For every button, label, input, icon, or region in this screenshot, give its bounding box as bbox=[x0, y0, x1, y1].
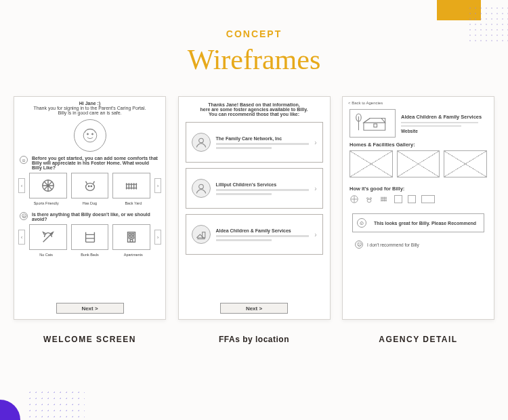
agency-thumb-icon bbox=[192, 179, 211, 198]
agency-title: Aldea Children & Family Services bbox=[401, 114, 487, 120]
wireframe-caption: WELCOME SCREEN bbox=[43, 335, 136, 344]
welcome-frame: Hi Jane :) Thank you for signing in to t… bbox=[14, 96, 166, 320]
svg-rect-9 bbox=[132, 234, 134, 236]
intro-line: here are some foster agencies available … bbox=[187, 107, 322, 112]
pet-icon bbox=[364, 194, 374, 204]
goodfor-heading: How it's good for Billy: bbox=[350, 186, 487, 192]
wireframe-caption: AGENCY DETAIL bbox=[379, 335, 457, 344]
decor-purple-corner bbox=[0, 400, 20, 420]
avoid-tiles: ‹ › bbox=[14, 222, 165, 253]
greeting-line: Billy is in good care an is safe. bbox=[21, 110, 158, 115]
tile-label: Apartments bbox=[114, 253, 153, 257]
tile-bunk-beds[interactable] bbox=[71, 224, 109, 250]
svg-point-13 bbox=[198, 138, 203, 143]
svg-point-4 bbox=[85, 183, 94, 190]
svg-rect-11 bbox=[132, 236, 134, 238]
gallery-heading: Homes & Facilities Gallery: bbox=[350, 142, 487, 148]
dont-recommend-label: I don't recommend for Billy bbox=[367, 243, 419, 247]
agency-card[interactable]: The Family Care Network, Inc › bbox=[186, 122, 323, 163]
agency-thumb-icon bbox=[192, 133, 211, 152]
prev-arrow-icon[interactable]: ‹ bbox=[18, 230, 25, 245]
smile-icon: ☺ bbox=[357, 218, 366, 228]
question-icon: ☹ bbox=[20, 212, 28, 220]
question-text: Before you get started, you can add some… bbox=[32, 156, 160, 170]
gallery-image-placeholder[interactable] bbox=[444, 150, 487, 177]
gallery-image-placeholder[interactable] bbox=[350, 150, 393, 177]
gallery-image-placeholder[interactable] bbox=[397, 150, 440, 177]
frown-icon: ☹ bbox=[355, 240, 363, 249]
question-1: ☺ Before you get started, you can add so… bbox=[14, 156, 165, 170]
question-icon: ☺ bbox=[20, 156, 28, 164]
next-arrow-icon[interactable]: › bbox=[154, 230, 161, 245]
next-button[interactable]: Next > bbox=[56, 303, 124, 314]
svg-rect-10 bbox=[129, 236, 131, 238]
prev-arrow-icon[interactable]: ‹ bbox=[18, 178, 25, 193]
wireframe-caption: FFAs by location bbox=[219, 335, 289, 344]
back-link[interactable]: < Back to Agencies bbox=[343, 97, 494, 109]
greeting-line: Thank you for signing in to the Parent's… bbox=[21, 106, 158, 110]
intro-line: You can recommend those that you like: bbox=[187, 112, 322, 117]
feature-box bbox=[408, 195, 416, 203]
goodfor-icons bbox=[350, 194, 487, 204]
child-avatar-icon bbox=[74, 119, 106, 152]
svg-rect-8 bbox=[129, 234, 131, 236]
svg-point-20 bbox=[370, 198, 371, 199]
chevron-right-icon: › bbox=[314, 185, 316, 192]
agency-thumb-icon bbox=[192, 225, 211, 244]
next-button[interactable]: Next > bbox=[220, 303, 288, 314]
svg-point-1 bbox=[87, 133, 88, 135]
agency-detail-frame: < Back to Agencies Aldea Children & Fami… bbox=[342, 96, 494, 320]
tile-apartments[interactable] bbox=[112, 224, 150, 250]
agency-hero-image-icon bbox=[350, 109, 396, 138]
tile-label: No Cats bbox=[26, 253, 66, 257]
ffas-frame: Thanks Jane! Based on that information, … bbox=[178, 96, 331, 320]
tile-labels: Sports Friendly Has Dog Back Yard bbox=[14, 201, 165, 205]
wireframes-row: Hi Jane :) Thank you for signing in to t… bbox=[0, 76, 508, 344]
svg-point-19 bbox=[367, 198, 368, 199]
tile-labels: No Cats Bunk Beds Apartments bbox=[14, 253, 165, 257]
tile-label: Has Dog bbox=[70, 201, 109, 205]
tile-sports[interactable] bbox=[29, 173, 67, 198]
wireframe-welcome: Hi Jane :) Thank you for signing in to t… bbox=[14, 96, 166, 344]
chevron-right-icon: › bbox=[314, 231, 316, 238]
greeting-line: Hi Jane :) bbox=[21, 101, 158, 106]
fence-icon bbox=[379, 194, 389, 204]
recommend-button[interactable]: ☺ This looks great for Billy. Please Rec… bbox=[352, 213, 484, 232]
tile-label: Bunk Beds bbox=[70, 253, 109, 257]
svg-point-5 bbox=[88, 186, 89, 186]
intro-line: Thanks Jane! Based on that information, bbox=[187, 102, 322, 107]
wireframe-agency-detail: < Back to Agencies Aldea Children & Fami… bbox=[342, 96, 494, 344]
tile-label: Back Yard bbox=[114, 201, 153, 205]
dont-recommend-link[interactable]: ☹ I don't recommend for Billy bbox=[343, 238, 494, 251]
chevron-right-icon: › bbox=[314, 139, 316, 146]
decor-dots-top-right bbox=[467, 5, 508, 43]
website-link[interactable]: Website bbox=[401, 129, 487, 133]
agency-name: The Family Care Network, Inc bbox=[216, 136, 310, 141]
svg-point-14 bbox=[198, 184, 203, 189]
agency-card[interactable]: Aldea Children & Family Services › bbox=[186, 214, 323, 255]
question-2: ☹ Is there anything that Billy doesn't l… bbox=[14, 212, 165, 222]
recommend-label: This looks great for Billy. Please Recom… bbox=[371, 221, 480, 226]
svg-point-2 bbox=[91, 133, 93, 135]
page-header: CONCEPT Wireframes bbox=[0, 0, 508, 76]
next-arrow-icon[interactable]: › bbox=[154, 178, 161, 193]
tile-dog[interactable] bbox=[71, 173, 109, 198]
svg-rect-17 bbox=[374, 124, 377, 127]
question-text: Is there anything that Billy doesn't lik… bbox=[32, 212, 160, 222]
sports-icon bbox=[350, 194, 359, 204]
wireframe-ffas: Thanks Jane! Based on that information, … bbox=[178, 96, 331, 344]
svg-point-6 bbox=[91, 186, 91, 186]
agency-card[interactable]: Lilliput Children's Services › bbox=[186, 168, 323, 209]
feature-box bbox=[421, 195, 435, 203]
comforts-tiles: ‹ › bbox=[14, 170, 165, 201]
agency-name: Lilliput Children's Services bbox=[216, 182, 310, 187]
decor-dots-bottom-left bbox=[27, 390, 85, 420]
svg-rect-12 bbox=[130, 240, 133, 243]
feature-box bbox=[394, 195, 402, 203]
tile-label: Sports Friendly bbox=[26, 201, 66, 205]
svg-point-21 bbox=[367, 199, 371, 203]
tile-no-cats[interactable] bbox=[29, 224, 67, 250]
tile-backyard[interactable] bbox=[112, 173, 150, 198]
header-eyebrow: CONCEPT bbox=[0, 28, 508, 39]
agency-name: Aldea Children & Family Services bbox=[216, 228, 310, 233]
